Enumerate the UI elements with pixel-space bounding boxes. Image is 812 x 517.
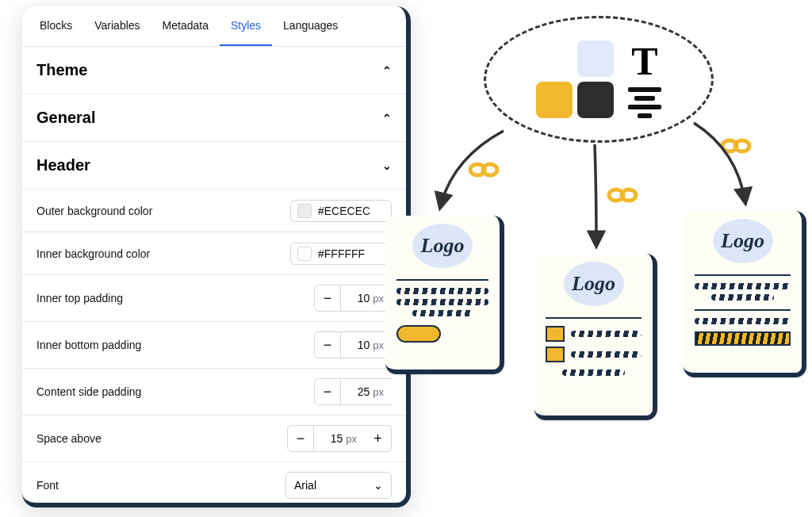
preview-card-b: Logo (534, 254, 657, 420)
section-header-title: Header (36, 156, 90, 174)
link-icon (720, 135, 752, 163)
logo-placeholder: Logo (713, 219, 773, 263)
inner-bottom-label: Inner bottom padding (36, 339, 141, 351)
image-placeholder (546, 326, 565, 342)
preview-card-c: Logo (684, 211, 806, 377)
space-above-decrement[interactable]: − (287, 425, 314, 452)
row-inner-bg: Inner background color #FFFFFF (22, 232, 406, 275)
alignment-icon (628, 87, 661, 118)
styles-panel: Blocks Variables Metadata Styles Languag… (22, 6, 411, 507)
design-source-oval: T (484, 16, 714, 143)
outer-bg-swatch (297, 204, 312, 218)
highlight-placeholder (695, 331, 791, 346)
color-swatch-icon (577, 40, 614, 77)
inner-bg-swatch (297, 247, 312, 261)
row-side-pad: Content side padding − 25 px (22, 369, 406, 416)
inner-bg-label: Inner background color (36, 247, 150, 260)
inner-top-label: Inner top padding (36, 292, 123, 304)
outer-bg-value: #ECECEC (318, 205, 370, 217)
illustration: T Logo Logo (365, 0, 809, 517)
section-header[interactable]: Header ⌄ (22, 142, 406, 190)
space-above-value: 15 (331, 432, 343, 445)
color-swatch-icon (577, 82, 614, 118)
logo-placeholder: Logo (564, 262, 624, 306)
section-theme[interactable]: Theme ⌃ (22, 47, 406, 94)
row-inner-bottom: Inner bottom padding − 10 px (22, 322, 406, 369)
typography-icon: T (631, 41, 657, 81)
tab-variables[interactable]: Variables (83, 6, 151, 46)
section-theme-title: Theme (36, 61, 87, 79)
tab-languages[interactable]: Languages (272, 6, 349, 46)
font-label: Font (36, 479, 59, 492)
logo-placeholder: Logo (412, 224, 473, 268)
row-space-above: Space above − 15 px + (22, 416, 406, 462)
row-inner-top: Inner top padding − 10 px (22, 275, 406, 322)
space-above-field[interactable]: 15 px (314, 425, 365, 452)
header-rows: Outer background color #ECECEC Inner bac… (22, 190, 406, 507)
section-general-title: General (36, 109, 95, 127)
side-pad-label: Content side padding (36, 385, 141, 398)
tab-metadata[interactable]: Metadata (151, 6, 220, 46)
row-outer-bg: Outer background color #ECECEC (22, 190, 406, 232)
link-icon (468, 159, 500, 186)
tab-styles[interactable]: Styles (220, 6, 272, 46)
outer-bg-label: Outer background color (36, 205, 152, 217)
inner-bottom-decrement[interactable]: − (314, 331, 341, 358)
image-placeholder (546, 347, 565, 362)
side-pad-decrement[interactable]: − (314, 378, 341, 405)
tab-blocks[interactable]: Blocks (29, 6, 83, 46)
space-above-unit: px (346, 433, 357, 445)
link-icon (607, 184, 638, 212)
section-general[interactable]: General ⌃ (22, 94, 406, 142)
tab-bar: Blocks Variables Metadata Styles Languag… (22, 6, 406, 47)
inner-top-decrement[interactable]: − (314, 285, 341, 312)
row-font: Font Arial ⌄ (22, 462, 406, 507)
inner-bg-value: #FFFFFF (318, 247, 365, 260)
space-above-label: Space above (36, 432, 102, 445)
button-placeholder (396, 325, 441, 343)
preview-card-a: Logo (385, 216, 504, 374)
color-swatch-icon (536, 82, 573, 118)
font-select-value: Arial (294, 479, 316, 492)
